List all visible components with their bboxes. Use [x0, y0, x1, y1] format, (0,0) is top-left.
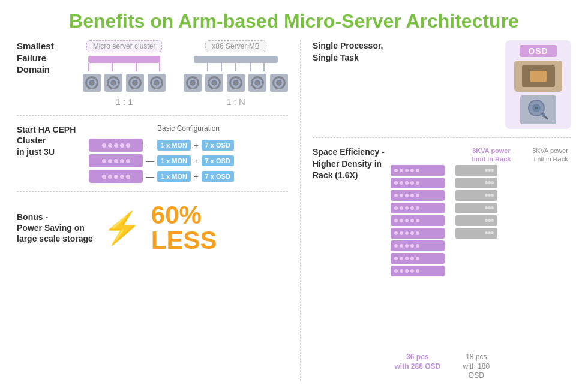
- x86-disk-row: [184, 74, 288, 92]
- density-bar-purple: [391, 203, 445, 213]
- density-bar-purple: [391, 215, 445, 226]
- svg-point-31: [542, 113, 545, 117]
- svg-point-18: [230, 77, 241, 88]
- top-labels: 8KVA powerlimit in Rack 8KVA powerlimit …: [391, 146, 571, 164]
- osd-title-badge: OSD: [520, 45, 556, 57]
- density-bar-purple: [391, 178, 445, 188]
- density-bar-gray: [455, 228, 497, 239]
- single-proc-label: Single Processor,Single Task: [313, 40, 499, 129]
- ha-row-2: — 1 x MON + 7 x OSD: [89, 154, 288, 167]
- basic-config-label: Basic Configuration: [89, 124, 288, 133]
- svg-point-7: [133, 80, 137, 85]
- density-bar-purple: [391, 165, 445, 176]
- svg-point-12: [187, 77, 198, 88]
- power-saving-label: Bonus -Power Saving onlarge scale storag…: [17, 212, 93, 245]
- density-bar-gray: [455, 165, 497, 176]
- svg-point-29: [535, 107, 538, 110]
- svg-point-0: [86, 77, 97, 88]
- mon-badge: 1 x MON: [157, 140, 191, 151]
- plus-3: +: [194, 172, 199, 181]
- density-bar-gray: [455, 190, 497, 201]
- disk-icon: [184, 74, 202, 92]
- space-efficiency-label: Space Efficiency -Higher Density inRack …: [313, 146, 385, 381]
- lightning-icon: ⚡: [103, 212, 142, 243]
- density-purple-col: [391, 165, 445, 350]
- svg-point-16: [212, 80, 217, 85]
- svg-point-25: [277, 80, 281, 85]
- density-gray-bottom: 18 pcs with 180 OSD: [455, 353, 497, 381]
- ha-ceph-section: Start HA CEPHClusterin just 3U Basic Con…: [17, 124, 288, 192]
- disk-icon: [227, 74, 245, 92]
- page-title: Benefits on Arm-based Micro-Server Archi…: [17, 11, 571, 32]
- micro-cluster-group: Micro server cluster: [83, 40, 166, 107]
- ha-bar: [89, 170, 143, 183]
- mon-badge: 1 x MON: [157, 155, 191, 166]
- svg-point-20: [235, 82, 237, 84]
- disk-icon: [205, 74, 223, 92]
- ratio-1-1: 1 : 1: [115, 97, 133, 107]
- purple-col-label: 8KVA powerlimit in Rack: [464, 146, 518, 164]
- gray-col-label: 8KVA powerlimit in Rack: [529, 146, 571, 164]
- svg-point-13: [190, 80, 195, 85]
- micro-disk-row: [83, 74, 166, 92]
- density-bar-purple: [391, 240, 445, 251]
- density-bar-gray: [455, 203, 497, 213]
- mon-badge: 1 x MON: [157, 171, 191, 182]
- x86-cluster-group: x86 Server MB: [184, 40, 288, 107]
- svg-point-11: [156, 82, 158, 84]
- power-saving-section: Bonus -Power Saving onlarge scale storag…: [17, 200, 288, 253]
- svg-point-21: [252, 77, 263, 88]
- density-bar-purple: [391, 228, 445, 239]
- svg-point-4: [111, 80, 116, 85]
- svg-point-1: [89, 80, 94, 85]
- svg-point-26: [278, 82, 280, 84]
- failure-domain-label: SmallestFailureDomain: [17, 40, 83, 107]
- svg-point-3: [108, 77, 119, 88]
- disk-icon: [126, 74, 144, 92]
- svg-point-5: [113, 82, 115, 84]
- right-panel: Single Processor,Single Task OSD: [301, 40, 571, 381]
- ha-ceph-label: Start HA CEPHClusterin just 3U: [17, 124, 83, 157]
- osd-badge: 7 x OSD: [202, 171, 234, 182]
- density-bar-purple: [391, 190, 445, 201]
- plus-1: +: [194, 141, 199, 150]
- disk-icon: [104, 74, 122, 92]
- density-bar-rows: [391, 165, 571, 350]
- disk-icon: [83, 74, 101, 92]
- density-bar-gray: [455, 215, 497, 226]
- density-bar-purple: [391, 253, 445, 264]
- single-proc-section: Single Processor,Single Task OSD: [313, 40, 571, 138]
- svg-point-10: [154, 80, 159, 85]
- percent-label: 60%LESS: [151, 203, 217, 253]
- svg-point-23: [257, 82, 259, 84]
- svg-point-19: [233, 80, 238, 85]
- left-panel: SmallestFailureDomain Micro server clust…: [17, 40, 301, 381]
- ha-bar: [89, 139, 143, 152]
- ratio-1-n: 1 : N: [226, 97, 245, 107]
- arrow-1: —: [146, 140, 154, 150]
- svg-point-8: [134, 82, 136, 84]
- density-bar-purple: [391, 266, 445, 276]
- ha-row-3: — 1 x MON + 7 x OSD: [89, 170, 288, 183]
- disk-icon: [270, 74, 288, 92]
- arrow-3: —: [146, 172, 154, 181]
- svg-point-9: [151, 77, 162, 88]
- svg-point-15: [209, 77, 220, 88]
- micro-cluster-label: Micro server cluster: [86, 40, 163, 52]
- osd-card: OSD: [505, 40, 571, 129]
- plus-2: +: [194, 157, 199, 166]
- density-gray-col: [455, 165, 497, 350]
- ha-bar: [89, 154, 143, 167]
- density-bar-gray: [455, 178, 497, 188]
- svg-point-22: [255, 80, 260, 85]
- space-efficiency-section: Space Efficiency -Higher Density inRack …: [313, 146, 571, 381]
- ha-row-1: — 1 x MON + 7 x OSD: [89, 139, 288, 152]
- svg-point-6: [130, 77, 140, 88]
- density-purple-bottom: 36 pcs with 288 OSD: [391, 353, 445, 381]
- ha-diagram: Basic Configuration — 1 x MON + 7 x OSD: [89, 124, 288, 183]
- density-bottom-labels: 36 pcs with 288 OSD 18 pcs with 180 OSD: [391, 353, 571, 381]
- x86-cluster-label: x86 Server MB: [205, 40, 266, 52]
- failure-domain-section: SmallestFailureDomain Micro server clust…: [17, 40, 288, 116]
- svg-point-14: [192, 82, 194, 84]
- density-diagram: 8KVA powerlimit in Rack 8KVA powerlimit …: [391, 146, 571, 381]
